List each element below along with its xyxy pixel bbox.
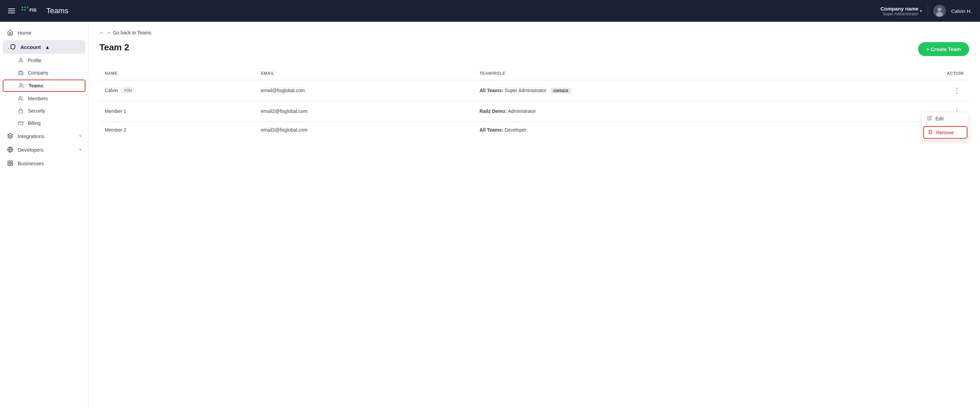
sidebar-item-integrations-label: Integrations xyxy=(18,133,75,139)
avatar[interactable] xyxy=(933,5,946,17)
row-action-cell: ⋮ xyxy=(864,80,969,101)
svg-rect-18 xyxy=(8,161,10,162)
svg-point-9 xyxy=(20,59,21,60)
company-selector[interactable]: Company name Super Administrator ▾ xyxy=(880,6,922,16)
sidebar-item-home[interactable]: Home xyxy=(0,26,88,40)
members-icon xyxy=(18,95,24,102)
teams-icon xyxy=(18,83,24,89)
col-team-role: TEAM/ROLE xyxy=(474,67,864,80)
svg-text:FIS: FIS xyxy=(29,8,37,13)
col-action: ACTION xyxy=(864,67,969,80)
sidebar-item-integrations[interactable]: Integrations ▾ xyxy=(0,129,88,143)
svg-point-3 xyxy=(22,9,24,11)
svg-point-11 xyxy=(20,84,21,85)
sidebar-item-security-label: Security xyxy=(28,108,45,114)
menu-icon[interactable] xyxy=(8,8,15,13)
svg-point-0 xyxy=(22,6,24,8)
fis-logo: FIS xyxy=(21,5,41,17)
back-link[interactable]: ← ← Go back to Teams xyxy=(99,30,969,35)
sidebar-item-company[interactable]: Company xyxy=(0,67,88,79)
sidebar-item-members-label: Members xyxy=(28,96,48,101)
profile-icon xyxy=(18,57,24,64)
content-area: ← ← Go back to Teams Team 2 + Create Tea… xyxy=(89,22,980,146)
row-name-cell: Calvin YOU xyxy=(99,80,256,101)
remove-label: Remove xyxy=(936,130,954,135)
sidebar-item-members[interactable]: Members xyxy=(0,92,88,105)
col-name: NAME xyxy=(99,67,256,80)
teams-table: NAME EMAIL TEAM/ROLE ACTION Calvin YOU xyxy=(99,67,969,138)
sidebar-item-developers-label: Developers xyxy=(18,147,75,152)
svg-rect-14 xyxy=(18,121,23,124)
layout: Home Account ▲ Profile xyxy=(0,22,980,408)
developers-icon xyxy=(7,146,14,153)
header: FIS Teams Company name Super Administrat… xyxy=(0,0,980,22)
sidebar-item-account-label: Account xyxy=(21,44,41,50)
action-dropdown-menu: Edit xyxy=(921,112,969,140)
member-name: Member 1 xyxy=(105,108,126,114)
row-email-cell: email3@fisglobal.com xyxy=(256,122,474,138)
sidebar-item-account[interactable]: Account ▲ xyxy=(3,40,86,54)
svg-point-12 xyxy=(19,97,21,98)
row-name-cell: Member 2 xyxy=(99,122,256,138)
account-chevron-icon: ▲ xyxy=(45,44,50,50)
sidebar-item-security[interactable]: Security xyxy=(0,105,88,117)
page-title-header: Teams xyxy=(46,6,68,15)
row-role-cell: Railz Demo: Administrator xyxy=(474,101,864,122)
sidebar-item-profile-label: Profile xyxy=(28,58,41,63)
company-role: Super Administrator xyxy=(883,11,918,16)
member-name: Calvin xyxy=(105,88,118,93)
billing-icon xyxy=(18,120,24,126)
table-row: Member 2 email3@fisglobal.com All Teams:… xyxy=(99,122,969,138)
integrations-icon xyxy=(7,133,14,140)
header-left: FIS Teams xyxy=(8,5,68,17)
sidebar-item-teams-label: Teams xyxy=(29,83,43,88)
main-content: ← ← Go back to Teams Team 2 + Create Tea… xyxy=(89,22,980,408)
svg-rect-13 xyxy=(19,111,23,113)
businesses-icon xyxy=(7,160,14,167)
table-row: Member 1 email2@fisglobal.com Railz Demo… xyxy=(99,101,969,122)
user-name: Calvin H. xyxy=(951,8,972,14)
company-icon xyxy=(18,70,24,76)
security-icon xyxy=(18,108,24,114)
sidebar-item-home-label: Home xyxy=(18,30,81,36)
create-team-button[interactable]: + Create Team xyxy=(918,42,969,56)
svg-rect-20 xyxy=(11,164,13,165)
row-role-cell: All Teams: Super Administrator OWNER xyxy=(474,80,864,101)
sidebar-item-teams[interactable]: Teams xyxy=(3,79,86,92)
sidebar-item-billing[interactable]: Billing xyxy=(0,117,88,129)
table-row: Calvin YOU email@fisglobal.com All Teams… xyxy=(99,80,969,101)
more-options-button[interactable]: ⋮ xyxy=(951,86,964,95)
sidebar: Home Account ▲ Profile xyxy=(0,22,89,408)
row-role-cell: All Teams: Developer xyxy=(474,122,864,138)
sidebar-item-businesses-label: Businesses xyxy=(18,160,81,166)
chevron-down-icon: ▾ xyxy=(920,8,922,14)
header-right: Company name Super Administrator ▾ Calvi… xyxy=(880,5,972,17)
sidebar-item-billing-label: Billing xyxy=(28,121,40,126)
back-link-text: ← Go back to Teams xyxy=(107,30,151,35)
sidebar-item-company-label: Company xyxy=(28,70,48,76)
row-name-cell: Member 1 xyxy=(99,101,256,122)
owner-badge: OWNER xyxy=(550,88,571,94)
you-badge: YOU xyxy=(121,87,135,94)
sidebar-item-developers[interactable]: Developers ▾ xyxy=(0,143,88,156)
col-email: EMAIL xyxy=(256,67,474,80)
sidebar-item-businesses[interactable]: Businesses xyxy=(0,156,88,170)
integrations-chevron-icon: ▾ xyxy=(79,133,81,138)
svg-point-4 xyxy=(24,9,26,11)
row-action-cell: ⋮ Edit xyxy=(864,101,969,122)
header-divider xyxy=(928,5,928,16)
sidebar-item-profile[interactable]: Profile xyxy=(0,54,88,67)
edit-action[interactable]: Edit xyxy=(922,112,969,125)
company-info: Company name Super Administrator xyxy=(880,6,918,16)
remove-action[interactable]: Remove xyxy=(923,126,967,139)
svg-rect-19 xyxy=(11,161,13,162)
team-page-title: Team 2 xyxy=(99,42,129,53)
back-arrow-icon: ← xyxy=(99,30,104,35)
svg-rect-21 xyxy=(8,164,10,165)
home-icon xyxy=(7,29,14,36)
member-name: Member 2 xyxy=(105,127,126,133)
row-email-cell: email2@fisglobal.com xyxy=(256,101,474,122)
edit-icon xyxy=(927,116,932,121)
edit-label: Edit xyxy=(935,116,943,121)
svg-point-2 xyxy=(27,6,29,8)
